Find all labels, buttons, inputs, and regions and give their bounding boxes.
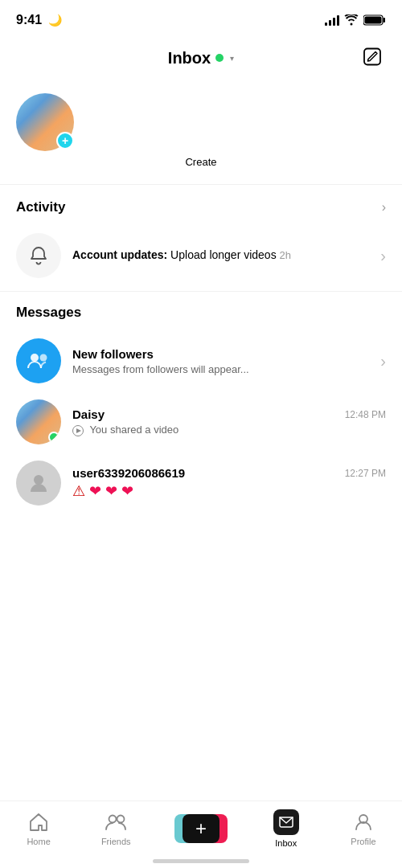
nav-item-inbox[interactable]: Inbox — [248, 809, 325, 848]
followers-icon — [25, 347, 52, 375]
create-label: Create — [16, 156, 386, 168]
activity-text-group: Account updates: Upload longer videos 2h — [72, 248, 369, 264]
home-icon — [28, 812, 49, 833]
svg-rect-3 — [364, 49, 380, 65]
bell-icon-wrap — [16, 233, 61, 278]
dropdown-arrow-icon[interactable]: ▾ — [230, 54, 234, 63]
compose-button[interactable] — [359, 43, 386, 73]
nav-item-home[interactable]: Home — [0, 811, 77, 846]
activity-chevron-icon: › — [382, 200, 386, 215]
activity-time: 2h — [280, 249, 291, 261]
activity-regular-text: Upload longer videos — [167, 248, 276, 261]
add-btn-center[interactable]: + — [183, 814, 219, 843]
svg-marker-7 — [76, 428, 81, 433]
nav-item-add[interactable]: + — [154, 814, 247, 843]
home-label: Home — [27, 837, 50, 846]
status-time-group: 9:41 🌙 — [16, 13, 62, 27]
bottom-nav: Home Friends + — [0, 800, 402, 868]
message-item-followers[interactable]: New followers Messages from followers wi… — [0, 330, 402, 391]
inbox-icon-wrap — [273, 809, 299, 835]
add-story-button[interactable]: + — [56, 132, 74, 149]
daisy-online-dot — [48, 432, 59, 443]
daisy-time: 12:48 PM — [345, 409, 386, 420]
svg-point-4 — [31, 354, 39, 362]
activity-section-header[interactable]: Activity › — [0, 185, 402, 225]
home-indicator — [153, 859, 249, 863]
header-title-group: Inbox ▾ — [168, 49, 234, 68]
heart-1: ❤ — [89, 483, 101, 499]
svg-rect-1 — [384, 18, 386, 23]
user-avatar — [16, 461, 61, 506]
activity-text: Account updates: Upload longer videos 2h — [72, 248, 369, 264]
messages-title: Messages — [0, 295, 402, 330]
nav-item-friends[interactable]: Friends — [77, 811, 154, 846]
header: Inbox ▾ — [0, 35, 402, 80]
profile-icon-wrap — [352, 811, 375, 833]
signal-icon — [325, 14, 339, 26]
inbox-icon — [278, 814, 294, 830]
user-name: user6339206086619 — [72, 466, 185, 480]
svg-point-8 — [34, 475, 43, 485]
add-button-wrap[interactable]: + — [176, 814, 226, 843]
heart-2: ❤ — [105, 483, 117, 499]
friends-icon — [105, 812, 127, 833]
battery-icon — [363, 14, 386, 26]
inbox-label: Inbox — [275, 838, 297, 848]
activity-item[interactable]: Account updates: Upload longer videos 2h… — [0, 225, 402, 291]
message-item-user[interactable]: user6339206086619 12:27 PM ⚠ ❤ ❤ ❤ — [0, 452, 402, 514]
moon-icon: 🌙 — [48, 14, 62, 27]
warning-icon: ⚠ — [72, 483, 85, 499]
svg-rect-2 — [365, 16, 382, 23]
followers-chevron-icon: › — [380, 352, 386, 371]
profile-icon — [353, 812, 374, 833]
activity-item-chevron-icon: › — [380, 247, 386, 265]
svg-point-9 — [109, 815, 117, 822]
user-time: 12:27 PM — [345, 468, 386, 479]
user-name-row: user6339206086619 12:27 PM — [72, 466, 386, 480]
daisy-name: Daisy — [72, 407, 105, 421]
activity-title: Activity — [16, 199, 65, 215]
shared-video-icon — [72, 425, 84, 436]
followers-name: New followers — [72, 347, 154, 361]
friends-icon-wrap — [105, 811, 127, 833]
create-story-item[interactable]: + — [16, 93, 74, 151]
home-icon-wrap — [27, 811, 50, 833]
followers-content: New followers Messages from followers wi… — [72, 347, 369, 375]
online-status-dot — [215, 54, 224, 62]
status-bar: 9:41 🌙 — [0, 0, 402, 35]
add-plus-icon: + — [195, 819, 207, 838]
user-content: user6339206086619 12:27 PM ⚠ ❤ ❤ ❤ — [72, 466, 386, 500]
wifi-icon — [344, 14, 359, 26]
heart-3: ❤ — [121, 483, 133, 499]
nav-item-profile[interactable]: Profile — [325, 811, 402, 846]
activity-section: Activity › Account updates: Upload longe… — [0, 185, 402, 291]
bell-icon — [27, 244, 50, 267]
daisy-avatar — [16, 399, 61, 444]
message-item-daisy[interactable]: Daisy 12:48 PM You shared a video — [0, 391, 402, 452]
daisy-preview: You shared a video — [72, 424, 386, 436]
create-section: + Create — [0, 80, 402, 184]
profile-label: Profile — [351, 837, 375, 846]
svg-point-5 — [40, 354, 47, 362]
activity-bold-text: Account updates: — [72, 248, 167, 261]
daisy-content: Daisy 12:48 PM You shared a video — [72, 407, 386, 436]
daisy-name-row: Daisy 12:48 PM — [72, 407, 386, 421]
status-time: 9:41 — [16, 13, 42, 27]
friends-label: Friends — [101, 837, 131, 846]
followers-name-row: New followers — [72, 347, 369, 361]
followers-avatar — [16, 338, 61, 383]
status-icons — [325, 14, 386, 26]
followers-preview: Messages from followers will appear... — [72, 363, 369, 375]
user-avatar-icon — [27, 471, 51, 495]
compose-icon — [362, 47, 383, 68]
page-title: Inbox — [168, 49, 211, 68]
messages-section: Messages New followers Messages from fol… — [0, 292, 402, 514]
user-preview: ⚠ ❤ ❤ ❤ — [72, 482, 386, 500]
svg-point-10 — [117, 815, 125, 822]
